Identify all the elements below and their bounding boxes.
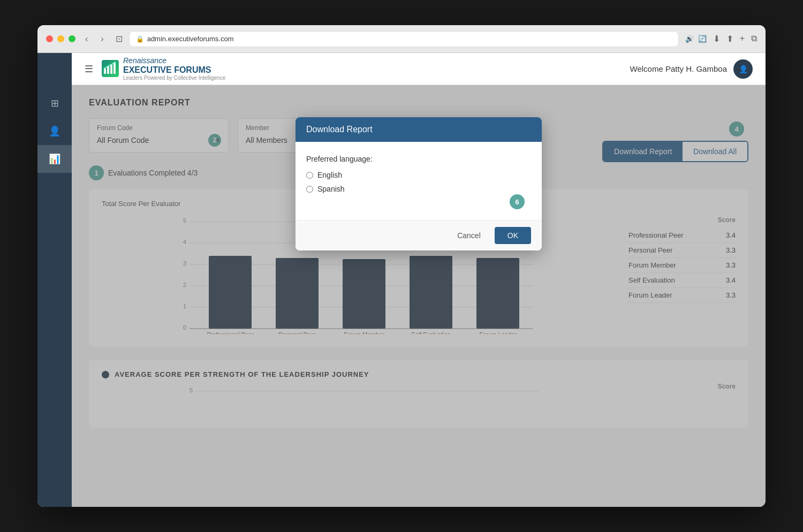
forward-button[interactable]: › — [97, 33, 107, 45]
sidebar: ⊞ 👤 📊 — [37, 53, 72, 507]
back-button[interactable]: ‹ — [82, 33, 91, 45]
user-icon: 👤 — [49, 125, 60, 137]
spanish-option[interactable]: Spanish — [306, 185, 531, 193]
sidebar-item-reports[interactable]: 📊 — [37, 145, 72, 173]
modal-header: Download Report — [296, 117, 542, 142]
download-icon: ⬇ — [713, 34, 720, 44]
maximize-button[interactable] — [69, 35, 75, 42]
logo-sub: Leaders Powered by Collective Intelligen… — [123, 75, 225, 81]
modal-badge: 6 — [510, 194, 525, 209]
spanish-label: Spanish — [317, 185, 345, 193]
page-content: EVALUATION REPORT Forum Code All Forum C… — [72, 85, 766, 507]
sidebar-item-dashboard[interactable]: ⊞ — [37, 89, 72, 117]
svg-rect-1 — [107, 66, 109, 74]
url-bar[interactable]: 🔒 admin.executiveforums.com — [129, 31, 679, 47]
new-tab-icon: + — [740, 34, 745, 44]
preferred-language-label: Preferred language: — [306, 155, 531, 163]
spanish-radio[interactable] — [306, 186, 313, 193]
minimize-button[interactable] — [57, 35, 64, 42]
logo-ef: EXECUTIVE FORUMS — [123, 65, 225, 75]
windows-icon: ⧉ — [751, 34, 757, 44]
hamburger-menu[interactable]: ☰ — [85, 63, 93, 75]
sidebar-item-users[interactable]: 👤 — [37, 117, 72, 145]
svg-rect-3 — [113, 62, 116, 74]
chart-icon: 📊 — [49, 153, 60, 165]
logo-text: Renaissance EXECUTIVE FORUMS Leaders Pow… — [123, 56, 225, 82]
sidebar-icon: ⊡ — [116, 34, 123, 44]
logo-icon — [102, 60, 119, 77]
main-content: ☰ Renaissance EXECUTIVE FORUMS — [72, 53, 766, 507]
modal-ok-button[interactable]: OK — [495, 227, 531, 244]
modal-body: Preferred language: English Spanish 6 — [296, 142, 542, 220]
share-icon: ⬆ — [726, 34, 733, 44]
download-report-modal: Download Report Preferred language: Engl… — [296, 117, 542, 250]
logo-area: Renaissance EXECUTIVE FORUMS Leaders Pow… — [102, 56, 225, 82]
svg-rect-0 — [104, 69, 106, 74]
modal-cancel-button[interactable]: Cancel — [449, 227, 489, 244]
modal-overlay: Download Report Preferred language: Engl… — [72, 85, 766, 507]
user-avatar-button[interactable]: 👤 — [733, 59, 753, 79]
url-text: admin.executiveforums.com — [147, 35, 234, 43]
lock-icon: 🔒 — [136, 35, 144, 43]
welcome-text: Welcome Patty H. Gamboa — [630, 64, 727, 73]
user-avatar-icon: 👤 — [739, 65, 748, 73]
browser-extension-icons: 🔊🔄 — [685, 35, 707, 43]
english-label: English — [317, 171, 342, 179]
grid-icon: ⊞ — [51, 97, 59, 109]
logo-renaissance: Renaissance — [123, 56, 225, 65]
close-button[interactable] — [46, 35, 53, 42]
top-nav: ☰ Renaissance EXECUTIVE FORUMS — [72, 53, 766, 85]
svg-rect-2 — [110, 64, 112, 74]
browser-actions: ⬇ ⬆ + ⧉ — [713, 34, 757, 44]
sidebar-logo — [41, 57, 69, 85]
english-radio[interactable] — [306, 172, 313, 179]
traffic-lights — [46, 35, 75, 42]
modal-footer: Cancel OK — [296, 220, 542, 250]
english-option[interactable]: English — [306, 171, 531, 179]
